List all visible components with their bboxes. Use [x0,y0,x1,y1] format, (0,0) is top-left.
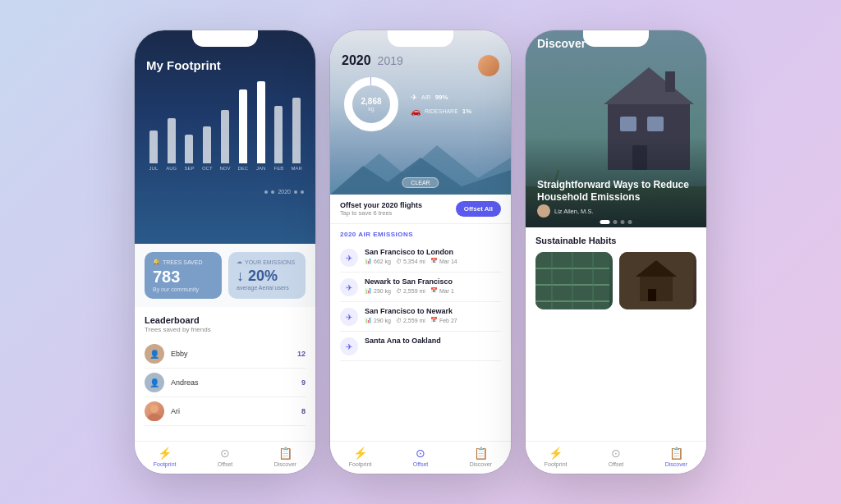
flight-meta-3: 📊 290 kg ⏱ 2,559 mi 📅 Feb 27 [365,317,457,323]
svg-rect-29 [648,289,656,301]
nav-discover-2[interactable]: 📋 Discover [451,447,511,467]
cloud-icon: ☁ [237,259,242,265]
bar-jan [257,81,265,163]
year-active[interactable]: 2020 [342,53,371,68]
flight-item-1: ✈ San Francisco to London 📊 662 kg ⏱ 5,3… [340,243,501,273]
emissions-section-title: 2020 AIR EMISSIONS [340,231,501,238]
donut-unit: kg [361,106,381,112]
discover-body: Sustainable Habits [526,227,706,441]
leaderboard-name-ari: Ari [171,407,295,415]
notch-2 [388,30,453,47]
legend-air-label: AIR [421,94,431,100]
bottom-nav-3: ⚡ Footprint ⊙ Offset 📋 Discover [526,441,706,474]
offset-header: 2020 2019 2,868 kg ✈ AIR 99% [330,30,511,195]
bottom-nav-2: ⚡ Footprint ⊙ Offset 📋 Discover [330,441,511,474]
bell-icon: 🔔 [153,259,160,265]
chart-dot-4 [301,190,304,194]
flight-kg-2: 📊 290 kg [365,287,391,294]
offset-all-button[interactable]: Offset All [456,201,501,217]
avatar-andreas: 👤 [145,373,164,392]
flight-icon-4: ✈ [340,337,358,355]
offset-banner-sub: Tap to save 6 trees [340,209,422,217]
donut-center: 2,868 kg [361,97,381,112]
nav-offset-label-1: Offset [218,461,233,467]
nav-offset-1[interactable]: ⊙ Offset [195,447,255,467]
nav-offset-2[interactable]: ⊙ Offset [390,447,450,467]
leaderboard-subtitle: Trees saved by friends [145,326,306,333]
bar-chart: JULAUGSEPOCTNOVDECJANFEBMAR [146,80,304,187]
habit-cards [535,252,696,309]
habit-card-bg-2 [619,252,696,309]
leaderboard-score-ari: 8 [301,407,306,415]
bar-dec [239,89,247,163]
footprint-nav-icon-1: ⚡ [158,447,172,460]
flight-meta-1: 📊 662 kg ⏱ 5,354 mi 📅 Mar 14 [365,258,457,264]
offset-banner-text: Offset your 2020 flights Tap to save 6 t… [340,201,422,217]
avatar-ari [145,401,164,421]
habit-card-svg-2 [619,252,693,309]
offset-content: 2020 AIR EMISSIONS ✈ San Francisco to Lo… [330,224,511,441]
trees-saved-sub: By our community [153,286,214,292]
bar-mar [292,98,301,163]
nav-offset-3[interactable]: ⊙ Offset [586,447,646,467]
bar-jul [149,131,158,163]
offset-banner: Offset your 2020 flights Tap to save 6 t… [330,195,511,224]
nav-discover-label-2: Discover [470,461,492,467]
nav-discover-1[interactable]: 📋 Discover [255,447,315,467]
leaderboard-item-andreas: 👤 Andreas 9 [145,369,306,397]
flight-info-4: Santa Ana to Oakland [365,337,441,346]
flight-date-2: 📅 Mar 1 [430,287,454,294]
nav-offset-label-3: Offset [609,461,624,467]
flight-mi-2: ⏱ 2,559 mi [396,288,425,294]
habit-card-2[interactable] [619,252,696,309]
bar-label-nov: NOV [220,166,231,171]
footprint-nav-icon-2: ⚡ [353,447,367,460]
flight-route-1: San Francisco to London [365,248,457,256]
legend-air-pct: 99% [435,94,448,101]
discover-bg: Discover Straightforward Ways to Reduce … [526,30,706,227]
habit-card-1[interactable] [535,252,613,309]
leaderboard-name-ebby: Ebby [171,350,291,358]
flight-item-4: ✈ Santa Ana to Oakland [340,332,501,361]
nav-discover-label-1: Discover [274,461,296,467]
nav-footprint-label-2: Footprint [349,461,372,467]
flight-kg-1: 📊 662 kg [365,258,391,264]
donut-chart: 2,868 kg [342,75,401,134]
bottom-nav-1: ⚡ Footprint ⊙ Offset 📋 Discover [135,441,315,474]
bar-aug [168,118,176,163]
legend-rideshare-pct: 1% [462,108,472,115]
year-inactive[interactable]: 2019 [378,54,403,67]
bar-group-oct: OCT [200,126,214,171]
offset-nav-icon-2: ⊙ [416,447,425,460]
author-name: Liz Allen, M.S. [554,208,594,215]
donut-legend: ✈ AIR 99% 🚗 RIDESHARE 1% [411,93,471,116]
flight-date-3: 📅 Feb 27 [430,317,457,323]
bar-group-aug: AUG [164,118,179,171]
bar-group-dec: DEC [236,89,250,171]
clear-button[interactable]: CLEAR [402,177,439,188]
flight-icon-2: ✈ [340,278,358,296]
nav-footprint-2[interactable]: ⚡ Footprint [330,447,390,467]
discover-article-title: Straightforward Ways to Reduce Household… [537,179,695,204]
flight-info-1: San Francisco to London 📊 662 kg ⏱ 5,354… [365,248,457,264]
flight-item-2: ✈ Newark to San Francisco 📊 290 kg ⏱ 2,5… [340,273,501,302]
notch-1 [192,30,258,47]
discover-nav-icon-3: 📋 [669,447,683,460]
nav-footprint-3[interactable]: ⚡ Footprint [526,447,586,467]
nav-footprint-1[interactable]: ⚡ Footprint [135,447,195,467]
trees-saved-card: 🔔 TREES SAVED 783 By our community [145,252,222,299]
legend-air: ✈ AIR 99% [411,93,471,102]
bar-label-mar: MAR [291,166,301,171]
flight-date-1: 📅 Mar 14 [430,258,457,264]
flight-route-4: Santa Ana to Oakland [365,337,441,345]
legend-rideshare-label: RIDESHARE [425,108,458,114]
svg-point-0 [150,405,159,413]
flight-icon-1: ✈ [340,249,358,267]
flight-mi-3: ⏱ 2,559 mi [396,318,425,323]
nav-discover-3[interactable]: 📋 Discover [646,447,706,467]
svg-rect-10 [665,71,675,92]
bar-group-jan: JAN [254,81,269,171]
nav-footprint-label-3: Footprint [545,461,568,467]
car-icon: 🚗 [411,107,420,116]
bar-group-mar: MAR [289,98,304,171]
